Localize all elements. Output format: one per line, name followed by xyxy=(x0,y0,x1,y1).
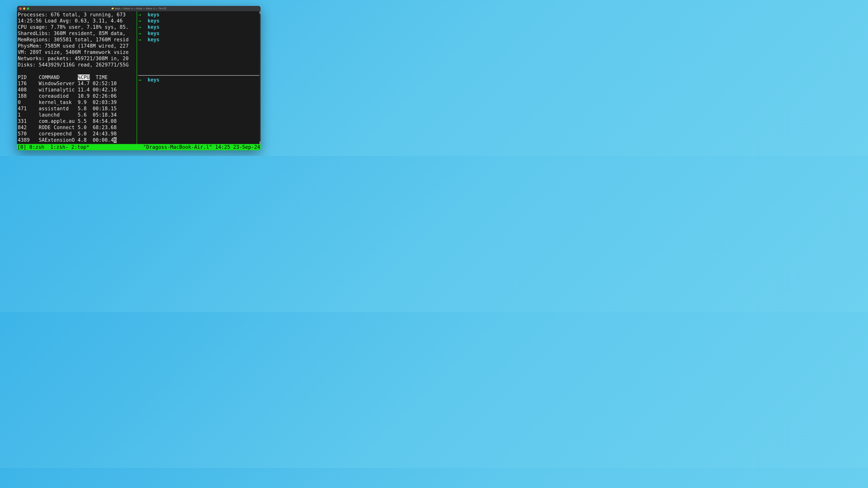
pane-left-top-output[interactable]: Processes: 676 total, 3 running, 673 14:… xyxy=(17,11,137,144)
tmux-statusbar[interactable]: [0] 0:zsh 1:zsh- 2:top* "Dragoss-MacBook… xyxy=(17,144,260,150)
top-header-line: 14:25:56 Load Avg: 0.63, 3.11, 4.46 xyxy=(18,18,136,24)
process-row: 188 coreaudiod 10.9 02:26:06 xyxy=(18,93,136,99)
sort-column-highlight: %CPU xyxy=(78,74,90,80)
shell-prompt[interactable]: →keys xyxy=(138,37,259,43)
folder-icon: 📁 xyxy=(111,7,114,10)
process-row: 471 assistantd 5.8 00:18.15 xyxy=(18,105,136,112)
prompt-arrow-icon: → xyxy=(138,37,141,43)
terminal-window: 📁 keys — tmux -v — tmux — tmux -v — 74×2… xyxy=(17,6,260,150)
prompt-arrow-icon: → xyxy=(138,18,141,24)
tmux-panes: Processes: 676 total, 3 running, 673 14:… xyxy=(17,11,260,144)
process-row: 176 WindowServer 14.7 02:52:10 xyxy=(18,80,136,87)
top-header-line: VM: 289T vsize, 5406M framework vsize xyxy=(18,49,136,56)
pane-right-top[interactable]: →keys→keys→keys→keys→keys xyxy=(137,11,260,75)
status-right: "Dragoss-MacBook-Air.l" 14:25 23-Sep-24 xyxy=(143,144,260,150)
scrollbar-thumb[interactable] xyxy=(259,11,260,14)
scrollbar-track[interactable] xyxy=(259,11,260,144)
process-row: 1 launchd 5.6 05:18.34 xyxy=(18,112,136,118)
pane-right: →keys→keys→keys→keys→keys → keys xyxy=(137,11,260,144)
prompt-arrow-icon: → xyxy=(138,30,141,37)
process-row: 4389 SAExtensionO 4.8 00:00.46 xyxy=(18,137,136,143)
top-header-line: Disks: 5443929/116G read, 2629771/55G xyxy=(18,62,136,68)
process-row: 0 kernel_task 9.9 02:03:39 xyxy=(18,99,136,105)
process-row: 842 RODE Connect 5.0 68:23.68 xyxy=(18,124,136,131)
prompt-cwd: keys xyxy=(148,18,159,24)
traffic-lights xyxy=(19,7,29,10)
blank-line xyxy=(18,68,136,74)
process-row: 570 corespeechd 5.0 24:43.98 xyxy=(18,131,136,137)
top-header-line: Processes: 676 total, 3 running, 673 xyxy=(18,11,136,18)
top-header-line: MemRegions: 305581 total, 1760M resid xyxy=(18,37,136,43)
top-columns-header: PID COMMAND %CPU TIME xyxy=(18,74,136,80)
zoom-icon[interactable] xyxy=(27,7,29,10)
terminal-body[interactable]: Processes: 676 total, 3 running, 673 14:… xyxy=(17,11,260,150)
prompt-cwd: keys xyxy=(148,37,159,43)
minimize-icon[interactable] xyxy=(23,7,25,10)
prompt-cwd: keys xyxy=(148,24,159,30)
prompt-cwd: keys xyxy=(148,11,159,18)
prompt-cwd: keys xyxy=(148,30,159,37)
top-header-line: SharedLibs: 360M resident, 85M data, xyxy=(18,30,136,37)
shell-prompt[interactable]: →keys xyxy=(138,30,259,37)
top-header-line: Networks: packets: 459721/308M in, 20 xyxy=(18,56,136,62)
prompt-cwd: keys xyxy=(148,77,159,83)
shell-prompt[interactable]: →keys xyxy=(138,24,259,30)
process-row: 408 wifianalytic 11.4 00:42.16 xyxy=(18,87,136,93)
prompt-arrow-icon: → xyxy=(138,11,141,18)
shell-prompt[interactable]: → keys xyxy=(138,77,259,83)
window-title: 📁 keys — tmux -v — tmux — tmux -v — 74×2… xyxy=(111,7,166,10)
pane-right-bottom[interactable]: → keys xyxy=(137,76,260,144)
top-header-line: CPU usage: 7.78% user, 7.18% sys, 85. xyxy=(18,24,136,30)
window-title-text: keys — tmux -v — tmux — tmux -v — 74×22 xyxy=(115,7,166,10)
prompt-arrow-icon: → xyxy=(138,24,141,30)
titlebar[interactable]: 📁 keys — tmux -v — tmux — tmux -v — 74×2… xyxy=(17,6,260,11)
status-left: [0] 0:zsh 1:zsh- 2:top* xyxy=(17,144,89,150)
top-header-line: PhysMem: 7585M used (1748M wired, 227 xyxy=(18,43,136,49)
close-icon[interactable] xyxy=(19,7,22,10)
cursor: 6 xyxy=(114,137,117,143)
scrollbar-thumb-bottom[interactable] xyxy=(259,141,260,144)
shell-prompt[interactable]: →keys xyxy=(138,18,259,24)
shell-prompt[interactable]: →keys xyxy=(138,11,259,18)
prompt-arrow-icon: → xyxy=(138,77,141,83)
status-spacer xyxy=(89,144,143,150)
process-row: 331 com.apple.au 5.5 84:54.08 xyxy=(18,118,136,124)
